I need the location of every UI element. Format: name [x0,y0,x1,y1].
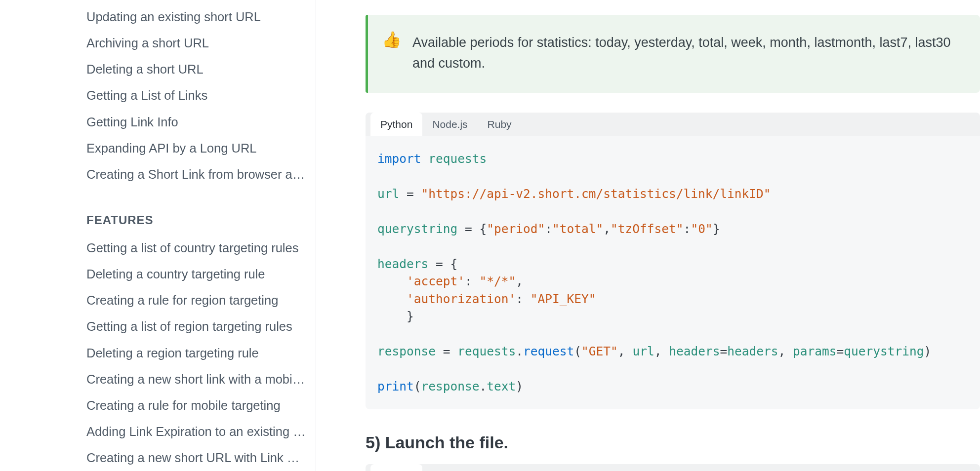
sidebar-item-link-info[interactable]: Getting Link Info [86,109,306,135]
code-tabs: Python Node.js Ruby [366,113,980,136]
sidebar-item-country-delete[interactable]: Deleting a country targeting rule [86,261,306,287]
code-block-python: import requests url = "https://api-v2.sh… [366,136,980,409]
code-section-2: Python Node.js Ruby [366,464,980,471]
sidebar-item-region-delete[interactable]: Deleting a region targeting rule [86,340,306,366]
sidebar-item-expanding-api[interactable]: Expanding API by a Long URL [86,135,306,161]
sidebar-item-short-link-browser[interactable]: Creating a Short Link from browser addre… [86,161,306,188]
callout-info: 👍 Available periods for statistics: toda… [366,15,980,93]
main-content: 👍 Available periods for statistics: toda… [316,0,980,471]
tab-python[interactable]: Python [370,113,422,136]
sidebar-item-list-links[interactable]: Getting a List of Links [86,82,306,109]
tab-nodejs[interactable]: Node.js [422,113,477,136]
thumbs-up-icon: 👍 [382,32,402,47]
code-tabs-2: Python Node.js Ruby [366,464,980,471]
sidebar-item-mobile-rule[interactable]: Creating a rule for mobile targeting [86,392,306,419]
sidebar-item-updating-url[interactable]: Updating an existing short URL [86,4,306,30]
sidebar-item-deleting-url[interactable]: Deleting a short URL [86,56,306,82]
sidebar-item-link-expiration-new[interactable]: Creating a new short URL with Link Expir… [86,445,306,471]
tab-ruby-2[interactable]: Ruby [478,464,522,471]
sidebar-item-country-list[interactable]: Getting a list of country targeting rule… [86,235,306,261]
tab-python-2[interactable]: Python [370,464,422,471]
sidebar-item-mobile-new-link[interactable]: Creating a new short link with a mobile … [86,366,306,392]
sidebar-item-link-expiration-existing[interactable]: Adding Link Expiration to an existing li… [86,419,306,445]
step-5-heading: 5) Launch the file. [366,433,980,452]
sidebar-item-region-list[interactable]: Getting a list of region targeting rules [86,314,306,340]
tab-ruby[interactable]: Ruby [478,113,522,136]
tab-nodejs-2[interactable]: Node.js [422,464,477,471]
callout-text: Available periods for statistics: today,… [412,33,963,74]
code-section-1: Python Node.js Ruby import requests url … [366,113,980,409]
sidebar-item-region-create[interactable]: Creating a rule for region targeting [86,287,306,314]
sidebar-section-features: FEATURES [86,213,306,227]
sidebar: Updating an existing short URL Archiving… [0,0,316,471]
sidebar-item-archiving-url[interactable]: Archiving a short URL [86,30,306,56]
